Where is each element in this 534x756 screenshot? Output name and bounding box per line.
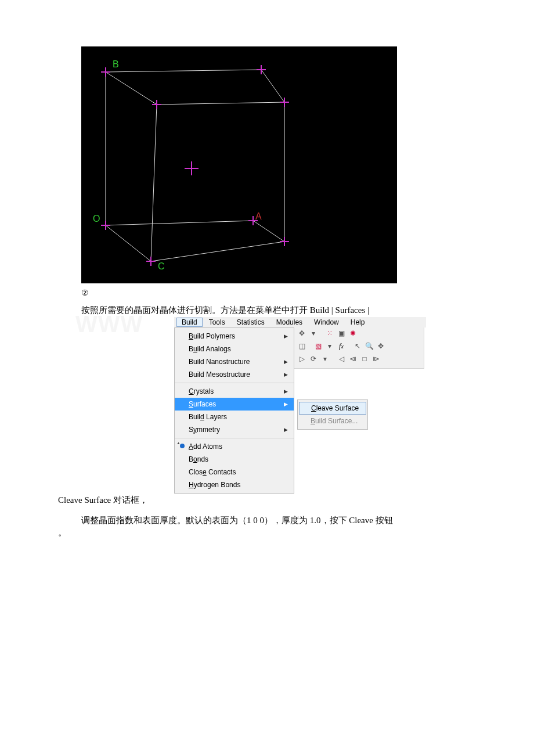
prev-icon[interactable]: ◁: [336, 354, 347, 365]
step-fwd-icon[interactable]: ⧐: [371, 354, 381, 365]
submenu-cleave-surface[interactable]: Cleave Surface: [299, 402, 366, 415]
svg-line-9: [157, 102, 284, 105]
cleave-dialog-text: Cleave Surface 对话框，: [58, 495, 148, 505]
menu-hydrogen-bonds[interactable]: Hydrogen Bonds: [175, 478, 294, 491]
menu-build-polymers[interactable]: Build Polymers▶: [175, 330, 294, 343]
dropdown-icon[interactable]: ▾: [308, 329, 319, 339]
play-icon[interactable]: ▷: [297, 354, 307, 365]
step-back-icon[interactable]: ⧏: [348, 354, 358, 365]
dropdown-icon-3[interactable]: ▾: [320, 354, 330, 365]
toolbar-area: ✥ ▾ ⁙ ▣ ✺ ◫ ▧ ▾ fx ↖: [294, 327, 424, 369]
step-number-2: ②: [81, 288, 476, 298]
menu-build-analogs[interactable]: Build Analogs: [175, 343, 294, 355]
atom-icon: +: [177, 441, 185, 449]
crystal-cube-viewport: B O A C: [81, 46, 397, 283]
zoom-icon[interactable]: 🔍: [364, 341, 374, 352]
axis-label-b: B: [113, 59, 119, 69]
chart-icon[interactable]: ▧: [313, 341, 323, 352]
svg-line-7: [253, 221, 284, 242]
menu-close-contacts[interactable]: Close Contacts: [175, 466, 294, 478]
axis-label-o: O: [93, 214, 100, 224]
box-icon[interactable]: ▣: [336, 329, 347, 339]
paragraph-adjust: 调整晶面指数和表面厚度。默认的表面为（1 0 0），厚度为 1.0，按下 Cle…: [81, 513, 476, 527]
menubar-statistics[interactable]: Statistics: [232, 318, 270, 327]
crystal-cube-svg: B O A C: [81, 46, 397, 283]
menubar: Build Tools Statistics Modules Window He…: [174, 317, 426, 327]
axis-label-c: C: [158, 261, 165, 271]
cursor-icon[interactable]: ↖: [352, 341, 363, 352]
axis-label-a: A: [255, 211, 262, 221]
circle-play-icon[interactable]: ⟳: [308, 354, 319, 365]
svg-line-4: [106, 225, 151, 261]
menu-bonds[interactable]: Bonds: [175, 453, 294, 466]
menu-symmetry[interactable]: Symmetry▶: [175, 423, 294, 436]
menu-build-mesostructure[interactable]: Build Mesostructure▶: [175, 368, 294, 381]
menu-screenshot: Build Tools Statistics Modules Window He…: [174, 317, 476, 494]
menubar-build[interactable]: Build: [176, 318, 203, 327]
submenu-build-surface: Build Surface...: [298, 415, 367, 427]
window-icon[interactable]: ◫: [297, 341, 307, 352]
menu-crystals[interactable]: Crystals▶: [175, 385, 294, 398]
menu-build-nanostructure[interactable]: Build Nanostructure▶: [175, 355, 294, 368]
svg-line-2: [261, 70, 284, 102]
svg-line-6: [106, 221, 253, 225]
surfaces-submenu: Cleave Surface Build Surface...: [297, 399, 368, 430]
move-icon[interactable]: ✥: [297, 329, 307, 339]
menu-build-layers[interactable]: Build Layers: [175, 411, 294, 423]
menu-surfaces[interactable]: Surfaces▶: [175, 398, 294, 411]
paragraph-end: 。: [58, 527, 476, 538]
dots-icon[interactable]: ⁙: [324, 329, 335, 339]
menubar-modules[interactable]: Modules: [271, 318, 308, 327]
burst-icon[interactable]: ✺: [348, 329, 358, 339]
menubar-window[interactable]: Window: [309, 318, 344, 327]
dropdown-icon-2[interactable]: ▾: [324, 341, 335, 352]
menu-add-atoms[interactable]: + Add Atoms: [175, 440, 294, 453]
svg-point-29: [180, 444, 185, 448]
pan-icon[interactable]: ✥: [376, 341, 386, 352]
svg-text:+: +: [177, 441, 180, 446]
build-dropdown: Build Polymers▶ Build Analogs Build Nano…: [174, 327, 294, 494]
menubar-help[interactable]: Help: [345, 318, 370, 327]
stop-icon[interactable]: □: [359, 354, 370, 365]
svg-line-8: [106, 72, 157, 105]
svg-line-1: [106, 70, 261, 72]
menubar-tools[interactable]: Tools: [204, 318, 230, 327]
svg-line-10: [151, 105, 157, 261]
fx-icon[interactable]: fx: [336, 341, 347, 352]
paragraph-method: 按照所需要的晶面对晶体进行切割。方法是在菜单栏中打开 Build | Surfa…: [81, 304, 476, 317]
svg-line-5: [151, 242, 284, 261]
